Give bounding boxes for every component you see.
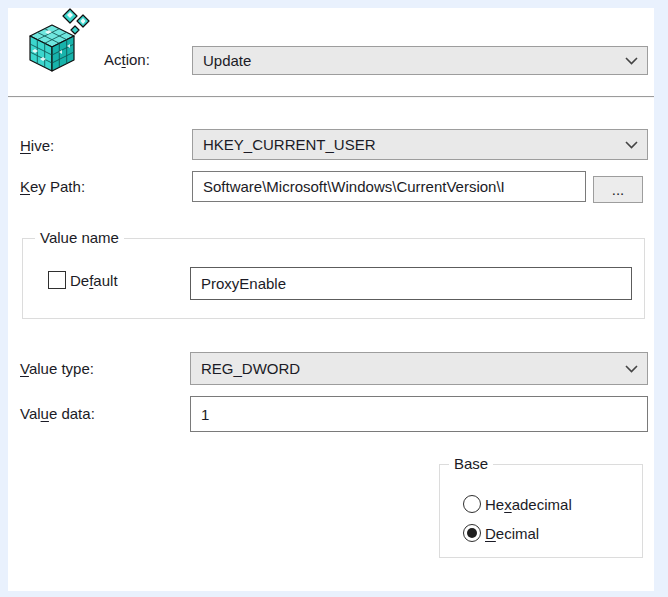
registry-properties-dialog: Action: Update Hive: HKEY_CURRENT_USER K… — [0, 0, 668, 597]
key-path-input[interactable]: Software\Microsoft\Windows\CurrentVersio… — [192, 171, 586, 202]
default-checkbox-label: Default — [70, 272, 118, 290]
value-data-input[interactable]: 1 — [190, 396, 648, 432]
value-data-label: Value data: — [20, 405, 95, 423]
hive-select-value: HKEY_CURRENT_USER — [203, 136, 376, 153]
default-checkbox[interactable] — [48, 271, 66, 289]
key-path-label: Key Path: — [20, 178, 85, 196]
registry-icon — [26, 8, 90, 76]
chevron-down-icon — [625, 365, 638, 373]
chevron-down-icon — [625, 57, 638, 65]
browse-button[interactable]: ... — [593, 176, 643, 203]
decimal-radio[interactable] — [463, 524, 481, 542]
value-name-group-title: Value name — [35, 229, 124, 247]
browse-button-label: ... — [612, 181, 625, 198]
value-type-label: Value type: — [20, 360, 94, 378]
key-path-value: Software\Microsoft\Windows\CurrentVersio… — [203, 178, 505, 195]
action-label: Action: — [104, 51, 150, 69]
value-data-value: 1 — [201, 406, 209, 423]
hexadecimal-radio[interactable] — [463, 495, 481, 513]
base-group-title: Base — [449, 455, 493, 473]
registry-cube-icon — [26, 8, 90, 76]
separator — [8, 96, 654, 98]
value-type-select-value: REG_DWORD — [201, 360, 300, 377]
value-type-select[interactable]: REG_DWORD — [190, 352, 648, 385]
hexadecimal-radio-label: Hexadecimal — [485, 496, 572, 514]
hive-select[interactable]: HKEY_CURRENT_USER — [192, 129, 648, 160]
action-select[interactable]: Update — [192, 46, 648, 75]
value-name-value: ProxyEnable — [201, 275, 286, 292]
action-select-value: Update — [203, 52, 251, 69]
value-name-input[interactable]: ProxyEnable — [190, 267, 632, 300]
hive-label: Hive: — [20, 137, 54, 155]
chevron-down-icon — [625, 141, 638, 149]
decimal-radio-label: Decimal — [485, 525, 539, 543]
